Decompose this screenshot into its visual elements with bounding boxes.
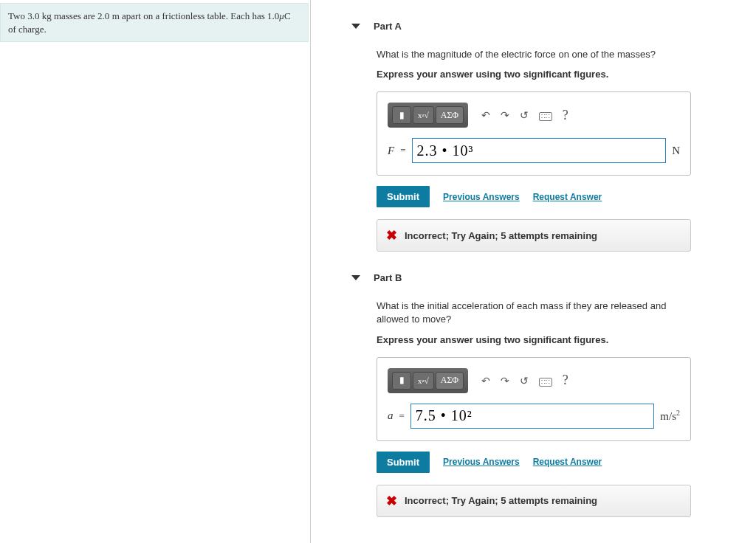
part-b-header[interactable]: Part B [351, 252, 741, 291]
keyboard-icon[interactable]: ∷∷ [539, 109, 552, 121]
request-answer-link[interactable]: Request Answer [533, 192, 602, 202]
equation-toolbar: ▮ xa√ ΑΣΦ [388, 368, 468, 393]
submit-button[interactable]: Submit [377, 452, 430, 473]
part-b-answer-input[interactable] [410, 404, 654, 429]
reset-icon[interactable]: ↺ [520, 375, 529, 387]
rect-tool-icon[interactable]: ▮ [392, 372, 411, 390]
part-b-feedback-text: Incorrect; Try Again; 5 attempts remaini… [405, 495, 597, 506]
part-a-variable: F [388, 145, 394, 157]
problem-statement: Two 3.0 kg masses are 2.0 m apart on a f… [0, 3, 309, 42]
incorrect-icon: ✖ [386, 227, 397, 243]
part-a-answer-input[interactable] [412, 138, 667, 163]
incorrect-icon: ✖ [386, 493, 397, 509]
greek-button[interactable]: ΑΣΦ [436, 372, 464, 390]
rect-tool-icon[interactable]: ▮ [392, 106, 411, 124]
part-a-feedback: ✖ Incorrect; Try Again; 5 attempts remai… [377, 219, 691, 252]
part-a-unit: N [672, 145, 680, 157]
part-b-instruction: Express your answer using two significan… [377, 334, 691, 345]
redo-icon[interactable]: ↷ [501, 375, 509, 387]
undo-icon[interactable]: ↶ [481, 109, 490, 121]
part-a-feedback-text: Incorrect; Try Again; 5 attempts remaini… [405, 230, 597, 241]
previous-answers-link[interactable]: Previous Answers [443, 192, 520, 202]
request-answer-link[interactable]: Request Answer [533, 457, 602, 467]
templates-button[interactable]: xa√ [413, 372, 434, 390]
templates-button[interactable]: xa√ [413, 106, 434, 124]
caret-down-icon [351, 24, 360, 29]
part-b-feedback: ✖ Incorrect; Try Again; 5 attempts remai… [377, 485, 691, 517]
part-a-instruction: Express your answer using two significan… [377, 69, 691, 80]
reset-icon[interactable]: ↺ [520, 109, 529, 121]
equals-sign: = [399, 410, 405, 422]
submit-button[interactable]: Submit [377, 186, 430, 207]
previous-answers-link[interactable]: Previous Answers [443, 457, 520, 467]
greek-button[interactable]: ΑΣΦ [436, 106, 464, 124]
undo-icon[interactable]: ↶ [481, 375, 490, 387]
keyboard-icon[interactable]: ∷∷ [539, 375, 552, 387]
part-a-title: Part A [374, 21, 402, 32]
equation-toolbar: ▮ xa√ ΑΣΦ [388, 103, 468, 128]
redo-icon[interactable]: ↷ [501, 109, 509, 121]
divider [310, 0, 322, 543]
part-b-unit: m/s2 [660, 409, 680, 423]
part-b-title: Part B [374, 272, 402, 283]
part-a-header[interactable]: Part A [351, 0, 741, 39]
equals-sign: = [400, 145, 405, 156]
caret-down-icon [351, 275, 360, 280]
part-a-answer-box: ▮ xa√ ΑΣΦ ↶ ↷ ↺ ∷∷ ? F = N [377, 91, 691, 176]
part-b-variable: a [388, 409, 394, 422]
part-a-prompt: What is the magnitude of the electric fo… [377, 48, 691, 61]
part-b-answer-box: ▮ xa√ ΑΣΦ ↶ ↷ ↺ ∷∷ ? a = m/s2 [377, 357, 691, 441]
help-icon[interactable]: ? [563, 373, 568, 388]
help-icon[interactable]: ? [563, 108, 568, 123]
part-b-prompt: What is the initial acceleration of each… [377, 300, 691, 326]
